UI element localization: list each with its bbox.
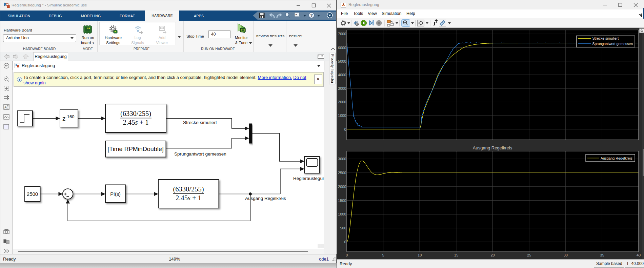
svg-text:2000: 2000 xyxy=(338,185,346,189)
svg-text:Sprungantwort gemessen: Sprungantwort gemessen xyxy=(592,42,633,46)
svg-text:»: » xyxy=(295,13,297,16)
svg-text:Reglerauslegung: Reglerauslegung xyxy=(293,176,324,181)
svg-text:5: 5 xyxy=(382,253,384,257)
svg-text:20: 20 xyxy=(490,253,495,257)
svg-text:Ausgang Regelkreis: Ausgang Regelkreis xyxy=(245,196,286,201)
svg-text:3000: 3000 xyxy=(338,157,346,161)
svg-text:Strecke simuliert: Strecke simuliert xyxy=(183,120,217,125)
svg-text:6000: 6000 xyxy=(338,46,346,50)
svg-text:0: 0 xyxy=(344,240,346,244)
svg-text:2500: 2500 xyxy=(338,171,346,175)
svg-text:?: ? xyxy=(310,13,313,18)
svg-text:1000: 1000 xyxy=(338,114,346,118)
svg-text:2500: 2500 xyxy=(27,191,38,197)
svg-text:(6330/255): (6330/255) xyxy=(173,185,204,193)
svg-text:Ausgang Regelkreis: Ausgang Regelkreis xyxy=(473,145,512,150)
svg-text:0: 0 xyxy=(346,253,348,257)
svg-text:(6330/255): (6330/255) xyxy=(120,110,151,118)
svg-text:1500: 1500 xyxy=(338,199,346,203)
svg-text:5000: 5000 xyxy=(338,59,346,63)
svg-text:15: 15 xyxy=(454,253,458,257)
svg-text:[Time RPMinDouble]: [Time RPMinDouble] xyxy=(107,146,163,152)
svg-text:500: 500 xyxy=(340,226,346,230)
svg-text:2000: 2000 xyxy=(338,100,346,104)
svg-text:PI(s): PI(s) xyxy=(110,191,121,197)
svg-text:Strecke simuliert: Strecke simuliert xyxy=(592,36,619,40)
svg-text:4000: 4000 xyxy=(338,73,346,77)
svg-text:30: 30 xyxy=(564,253,568,257)
svg-text:Sprungantwort gemessen: Sprungantwort gemessen xyxy=(174,151,226,157)
svg-text:10: 10 xyxy=(418,253,422,257)
svg-text:Ausgang Regelkreis: Ausgang Regelkreis xyxy=(601,156,632,160)
svg-text:35: 35 xyxy=(600,253,604,257)
svg-text:7000: 7000 xyxy=(338,32,346,36)
svg-text:2.45s + 1: 2.45s + 1 xyxy=(123,119,149,126)
svg-text:40: 40 xyxy=(637,253,641,257)
svg-text:25: 25 xyxy=(527,253,531,257)
svg-text:0: 0 xyxy=(344,127,346,131)
svg-text:1000: 1000 xyxy=(338,212,346,216)
svg-text:3000: 3000 xyxy=(338,86,346,90)
svg-text:2.45s + 1: 2.45s + 1 xyxy=(176,194,201,202)
svg-text:A: A xyxy=(4,105,7,109)
